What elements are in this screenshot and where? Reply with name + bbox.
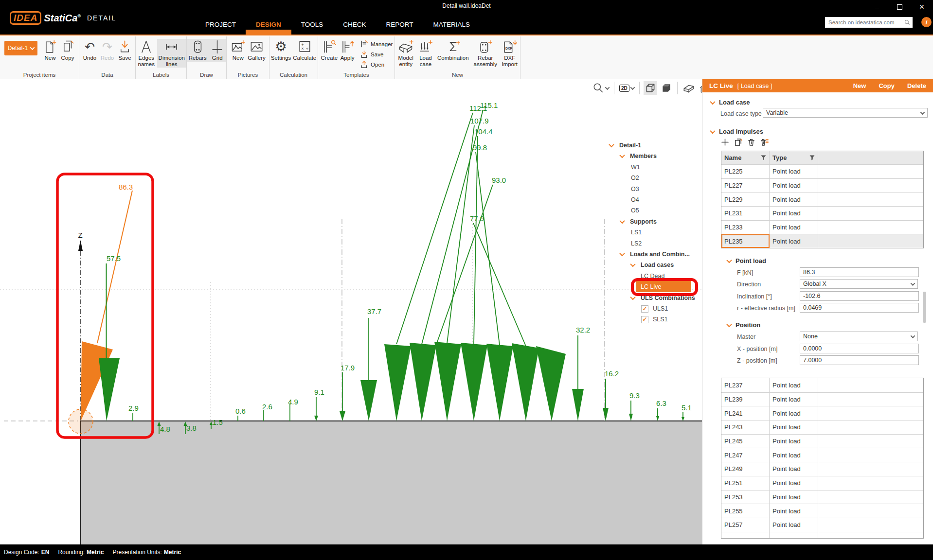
effective-radius-input[interactable] — [800, 303, 919, 313]
tree-item-uls1[interactable]: ✓ULS1 — [609, 303, 703, 314]
section-load-case[interactable]: Load case — [711, 99, 750, 106]
section-load-impulses[interactable]: Load impulses — [711, 128, 763, 135]
new-picture-button[interactable]: New — [229, 39, 247, 62]
solid-view-button[interactable] — [660, 81, 673, 95]
tree-item-o3[interactable]: O3 — [609, 184, 703, 194]
redo-button[interactable]: ↷ Redo — [99, 39, 116, 62]
ground-loads[interactable] — [133, 318, 377, 434]
tree-item-detail-1[interactable]: Detail-1 — [609, 140, 703, 151]
filter-funnel-icon[interactable] — [761, 155, 766, 160]
panel-delete-button[interactable]: Delete — [907, 82, 926, 89]
project-item-selector[interactable]: Detail-1 — [4, 41, 37, 55]
zoom-tool[interactable] — [592, 81, 610, 95]
z-position-input[interactable] — [800, 355, 919, 365]
tree-item-w1[interactable]: W1 — [609, 162, 703, 173]
close-button[interactable]: × — [911, 0, 933, 14]
menu-report[interactable]: REPORT — [386, 21, 413, 28]
checkbox-sls1[interactable]: ✓ — [641, 316, 648, 323]
table-row-pl235[interactable]: PL235Point load — [721, 234, 923, 248]
load-case-button[interactable]: Load case — [416, 39, 434, 68]
tree-item-members[interactable]: Members — [609, 151, 703, 161]
tree-item-o4[interactable]: O4 — [609, 194, 703, 205]
delete-impulse-button[interactable] — [747, 138, 755, 146]
section-clip-button[interactable] — [682, 81, 695, 95]
menu-project[interactable]: PROJECT — [205, 21, 236, 28]
tree-item-supports[interactable]: Supports — [609, 216, 703, 227]
undo-button[interactable]: ↶ Undo — [81, 39, 99, 62]
direction-select[interactable]: Global X — [800, 279, 918, 289]
table-row-pl243[interactable]: PL243Point load — [721, 420, 923, 434]
dimension-lines-button[interactable]: Dimension lines — [157, 39, 186, 68]
tree-item-ls1[interactable]: LS1 — [609, 227, 703, 238]
filter-funnel-icon[interactable] — [809, 155, 815, 160]
grid-button[interactable]: Grid — [208, 39, 226, 62]
menu-materials[interactable]: MATERIALS — [433, 21, 470, 28]
f-input[interactable] — [800, 267, 919, 277]
rebars-button[interactable]: Rebars — [187, 39, 208, 62]
save-button[interactable]: Save — [116, 39, 134, 62]
model-entity-button[interactable]: Model entity — [395, 39, 416, 68]
add-impulse-button[interactable] — [721, 138, 729, 146]
search-box[interactable] — [825, 17, 913, 28]
table-row-pl251[interactable]: PL251Point load — [721, 476, 923, 490]
gallery-button[interactable]: Gallery — [247, 39, 266, 62]
left-green-load[interactable]: 57.5 — [99, 254, 121, 421]
checkbox-uls1[interactable]: ✓ — [641, 305, 648, 313]
tree-item-load-cases[interactable]: Load cases — [609, 260, 703, 270]
table-row-pl241[interactable]: PL241Point load — [721, 406, 923, 420]
right-loads[interactable] — [572, 335, 684, 421]
tree-item-o5[interactable]: O5 — [609, 205, 703, 216]
table-row-pl237[interactable]: PL237Point load — [721, 378, 923, 392]
template-open-button[interactable]: Open — [360, 60, 393, 69]
table-row-pl229[interactable]: PL229Point load — [721, 192, 923, 206]
tree-item-ls2[interactable]: LS2 — [609, 238, 703, 249]
tree-item-lc-dead[interactable]: LC Dead — [609, 271, 703, 281]
menu-design[interactable]: DESIGN — [256, 21, 281, 28]
settings-button[interactable]: ⚙ Settings — [270, 39, 292, 62]
panel-new-button[interactable]: New — [853, 82, 866, 89]
combination-button[interactable]: Combination — [434, 39, 471, 62]
apply-template-button[interactable]: Apply — [339, 39, 356, 62]
table-row-pl227[interactable]: PL227Point load — [721, 178, 923, 192]
section-point-load[interactable]: Point load — [727, 257, 766, 264]
table-row-pl239[interactable]: PL239Point load — [721, 392, 923, 406]
calculate-button[interactable]: +− ×÷ Calculate — [292, 39, 317, 62]
table-row-pl249[interactable]: PL249Point load — [721, 462, 923, 476]
tree-item-sls1[interactable]: ✓SLS1 — [609, 314, 703, 325]
x-position-input[interactable] — [800, 344, 919, 353]
template-save-button[interactable]: Save — [360, 50, 393, 58]
tree-item-o2[interactable]: O2 — [609, 173, 703, 183]
menu-check[interactable]: CHECK — [343, 21, 366, 28]
inclination-input[interactable] — [800, 291, 919, 301]
table-row-pl231[interactable]: PL231Point load — [721, 206, 923, 220]
table-row-pl225[interactable]: PL225Point load — [721, 164, 923, 178]
section-position[interactable]: Position — [727, 321, 760, 329]
delete-all-impulses-button[interactable] — [760, 138, 769, 146]
panel-copy-button[interactable]: Copy — [879, 82, 895, 89]
dxf-import-button[interactable]: DXF DXF Import — [499, 39, 520, 68]
create-template-button[interactable]: Create — [320, 39, 339, 62]
table-row-pl255[interactable]: PL255Point load — [721, 504, 923, 518]
rebar-assembly-button[interactable]: Rebar assembly — [471, 39, 499, 68]
wireframe-view-button[interactable] — [644, 81, 657, 95]
maximize-button[interactable] — [888, 0, 911, 14]
table-row-pl247[interactable]: PL247Point load — [721, 448, 923, 462]
table-row-pl245[interactable]: PL245Point load — [721, 434, 923, 448]
tree-item-loads-and-combin[interactable]: Loads and Combin... — [609, 249, 703, 260]
table-row-pl233[interactable]: PL233Point load — [721, 220, 923, 234]
table-row-pl253[interactable]: PL253Point load — [721, 490, 923, 504]
tree-item-lc-live[interactable]: LC Live — [609, 281, 703, 292]
load-cluster[interactable] — [384, 342, 566, 421]
panel-scrollbar[interactable] — [923, 292, 926, 323]
info-button[interactable]: i — [921, 17, 932, 27]
table-row-pl257[interactable]: PL257Point load — [721, 518, 923, 532]
tree-item-uls-combinations[interactable]: ULS Combinations — [609, 293, 703, 303]
copy-project-item-button[interactable]: Copy — [59, 39, 76, 62]
menu-tools[interactable]: TOOLS — [301, 21, 323, 28]
minimize-button[interactable]: – — [866, 0, 888, 14]
load-case-type-select[interactable]: Variable — [763, 108, 928, 118]
search-input[interactable] — [825, 19, 904, 26]
view-mode-selector[interactable]: 2D — [618, 84, 635, 93]
edges-names-button[interactable]: Edges names — [136, 39, 157, 68]
duplicate-impulse-button[interactable] — [734, 138, 742, 146]
